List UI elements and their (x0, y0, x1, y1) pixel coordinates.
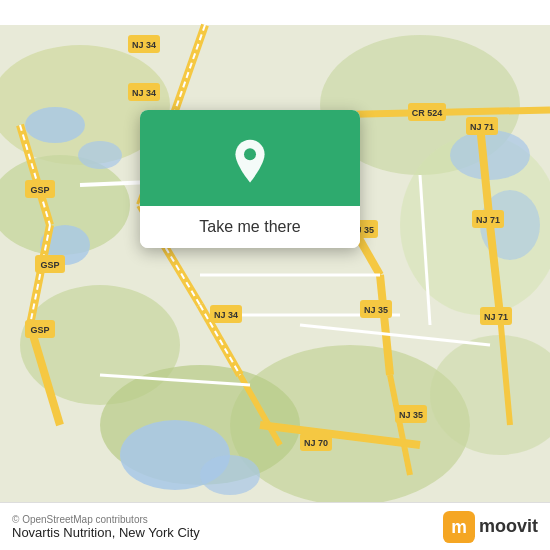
svg-point-12 (450, 130, 530, 180)
popup-card: Take me there (140, 110, 360, 248)
bottom-bar: © OpenStreetMap contributors Novartis Nu… (0, 502, 550, 550)
moovit-label: moovit (479, 516, 538, 537)
svg-point-9 (25, 107, 85, 143)
svg-text:NJ 71: NJ 71 (484, 312, 508, 322)
popup-label-area[interactable]: Take me there (140, 206, 360, 248)
osm-attribution: © OpenStreetMap contributors (12, 514, 200, 525)
map-container: NJ 34 NJ 34 NJ 34 GSP GSP GSP NJ 35 NJ 3… (0, 0, 550, 550)
svg-point-15 (200, 455, 260, 495)
svg-text:CR 524: CR 524 (412, 108, 443, 118)
svg-text:GSP: GSP (40, 260, 59, 270)
svg-text:GSP: GSP (30, 325, 49, 335)
location-pin-icon (226, 138, 274, 186)
moovit-icon: m (443, 511, 475, 543)
svg-text:NJ 34: NJ 34 (214, 310, 238, 320)
map-background: NJ 34 NJ 34 NJ 34 GSP GSP GSP NJ 35 NJ 3… (0, 0, 550, 550)
svg-text:NJ 34: NJ 34 (132, 40, 156, 50)
svg-text:NJ 71: NJ 71 (470, 122, 494, 132)
popup-header (140, 110, 360, 206)
moovit-logo: m moovit (443, 511, 538, 543)
svg-text:GSP: GSP (30, 185, 49, 195)
svg-text:NJ 34: NJ 34 (132, 88, 156, 98)
svg-text:m: m (451, 517, 467, 537)
svg-text:NJ 70: NJ 70 (304, 438, 328, 448)
svg-point-73 (244, 148, 256, 160)
svg-text:NJ 35: NJ 35 (364, 305, 388, 315)
location-title: Novartis Nutrition, New York City (12, 525, 200, 540)
svg-point-10 (78, 141, 122, 169)
svg-text:NJ 35: NJ 35 (399, 410, 423, 420)
bottom-left-info: © OpenStreetMap contributors Novartis Nu… (12, 514, 200, 540)
take-me-there-button[interactable]: Take me there (199, 218, 300, 236)
svg-text:NJ 71: NJ 71 (476, 215, 500, 225)
